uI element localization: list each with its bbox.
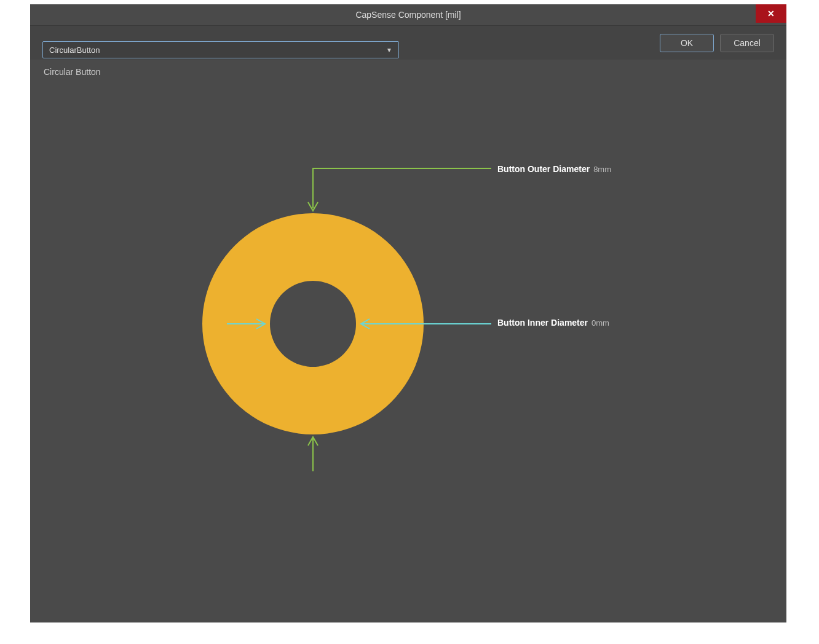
diagram-svg (30, 90, 786, 557)
outer-diameter-label-row: Button Outer Diameter 8mm (497, 164, 611, 174)
inner-diameter-value[interactable]: 0mm (592, 318, 609, 328)
dropdown-selected-value: CircularButton (49, 45, 100, 55)
capsense-dialog: CapSense Component [mil] ✕ CircularButto… (30, 4, 786, 622)
ok-button[interactable]: OK (660, 34, 714, 52)
component-subtitle: Circular Button (44, 67, 101, 77)
outer-diameter-value[interactable]: 8mm (593, 165, 611, 174)
dialog-title: CapSense Component [mil] (355, 10, 461, 20)
outer-diameter-label: Button Outer Diameter (497, 164, 590, 174)
inner-diameter-label-row: Button Inner Diameter 0mm (497, 318, 609, 328)
cancel-button-label: Cancel (734, 38, 761, 48)
cancel-button[interactable]: Cancel (720, 34, 774, 52)
inner-diameter-label: Button Inner Diameter (497, 318, 588, 328)
ok-button-label: OK (681, 38, 693, 48)
component-type-dropdown[interactable]: CircularButton ▼ (42, 41, 399, 58)
dialog-titlebar: CapSense Component [mil] ✕ (30, 4, 786, 25)
close-icon: ✕ (767, 9, 775, 18)
outer-diameter-callout (308, 168, 491, 211)
diagram-area: Button Outer Diameter 8mm Button Inner D… (30, 90, 786, 586)
close-button[interactable]: ✕ (756, 4, 786, 23)
chevron-down-icon: ▼ (386, 47, 392, 53)
outer-diameter-bottom-arrow (308, 437, 318, 471)
